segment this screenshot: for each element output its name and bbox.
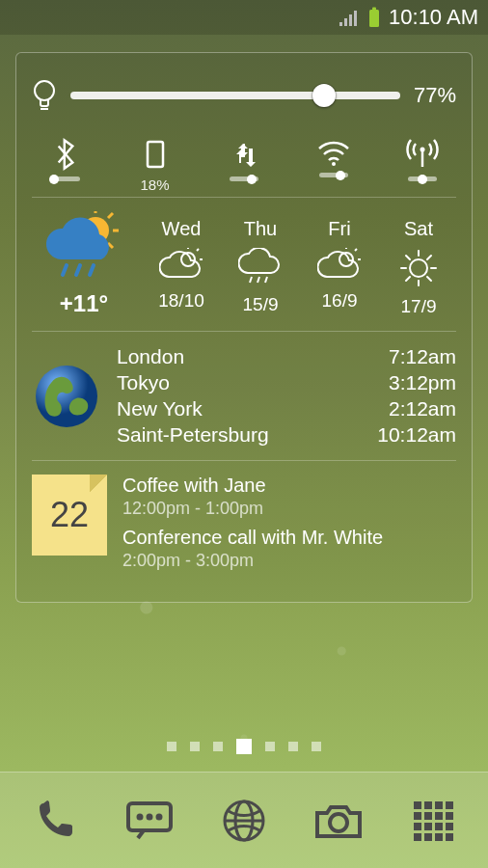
page-indicator[interactable] <box>0 742 488 754</box>
forecast-day-3: Sat 17/9 <box>381 218 456 317</box>
svg-rect-55 <box>435 823 443 830</box>
calendar-events: Coffee with Jane 12:00pm - 1:00pm Confer… <box>122 475 456 577</box>
time: 2:12am <box>389 397 456 420</box>
forecast-day-2: Fri 16/9 <box>302 218 377 317</box>
world-clock-list: London7:12am Tokyo3:12pm New York2:12am … <box>117 345 456 447</box>
bulb-icon <box>32 78 57 113</box>
toggle-rotation[interactable]: 18% <box>122 138 189 193</box>
dock-messages[interactable] <box>119 790 180 852</box>
svg-rect-48 <box>446 801 453 809</box>
svg-rect-52 <box>446 812 453 820</box>
hotspot-icon <box>405 138 440 171</box>
svg-line-20 <box>250 277 252 283</box>
dock-apps[interactable] <box>402 790 464 852</box>
svg-point-5 <box>332 162 336 166</box>
forecast-section[interactable]: +11° Wed 18/10 Thu 15/9 Fri 16/9 Sat 17/… <box>32 202 456 327</box>
svg-rect-4 <box>148 142 163 167</box>
bluetooth-icon <box>51 138 80 171</box>
pager-dot[interactable] <box>312 742 321 751</box>
event-title: Coffee with Jane <box>122 475 456 497</box>
calendar-section[interactable]: 22 Coffee with Jane 12:00pm - 1:00pm Con… <box>32 465 456 586</box>
svg-rect-49 <box>414 812 421 820</box>
divider <box>32 331 456 332</box>
event-time: 2:00pm - 3:00pm <box>122 551 456 571</box>
svg-line-32 <box>406 256 410 259</box>
dock-browser[interactable] <box>213 790 275 852</box>
day-temps: 17/9 <box>401 296 437 317</box>
toggle-data[interactable] <box>210 138 278 193</box>
data-mini-slider[interactable] <box>230 176 258 181</box>
svg-rect-51 <box>435 812 443 820</box>
world-row: New York2:12am <box>117 397 456 420</box>
day-temps: 18/10 <box>158 290 204 312</box>
toggle-hotspot[interactable] <box>389 138 456 193</box>
event-title: Conference call with Mr. White <box>122 527 456 549</box>
pager-dot[interactable] <box>265 742 275 751</box>
world-row: Saint-Petersburg10:12am <box>117 423 456 447</box>
forecast-today: +11° <box>32 211 136 317</box>
svg-line-13 <box>63 265 67 275</box>
pager-dot[interactable] <box>190 742 200 751</box>
divider <box>32 197 456 198</box>
partly-cloudy-icon <box>317 248 362 283</box>
toggle-wifi[interactable] <box>300 138 367 193</box>
day-name: Fri <box>328 218 350 240</box>
brightness-thumb[interactable] <box>312 84 336 107</box>
pager-dot[interactable] <box>213 742 223 751</box>
event-time: 12:00pm - 1:00pm <box>122 499 456 519</box>
day-name: Sat <box>404 218 433 240</box>
svg-rect-58 <box>424 833 432 841</box>
svg-line-14 <box>76 265 80 275</box>
rotation-label: 18% <box>140 176 169 193</box>
status-bar: 10:10 AM <box>0 0 488 35</box>
pager-dot[interactable] <box>288 742 298 751</box>
svg-rect-59 <box>435 833 443 841</box>
svg-line-21 <box>258 277 259 283</box>
svg-point-27 <box>410 259 427 277</box>
dock <box>0 772 488 868</box>
battery-icon <box>367 7 381 28</box>
bluetooth-mini-slider[interactable] <box>51 176 80 181</box>
wifi-mini-slider[interactable] <box>319 173 348 177</box>
sunny-icon <box>398 248 439 288</box>
dock-camera[interactable] <box>308 790 369 852</box>
wifi-icon <box>316 138 351 167</box>
city: London <box>117 345 184 368</box>
svg-rect-0 <box>369 10 379 27</box>
svg-rect-60 <box>446 833 453 841</box>
svg-rect-54 <box>424 823 432 830</box>
brightness-percent: 77% <box>414 83 456 108</box>
svg-point-44 <box>330 814 347 831</box>
forecast-day-0: Wed 18/10 <box>144 218 219 317</box>
calendar-date: 22 <box>50 495 89 535</box>
rain-icon <box>238 248 283 286</box>
globe-icon <box>32 362 101 431</box>
world-row: London7:12am <box>117 345 456 368</box>
svg-point-6 <box>420 148 425 152</box>
widget-card: 77% 18% <box>15 52 473 603</box>
data-arrows-icon <box>228 138 260 171</box>
svg-rect-57 <box>414 833 421 841</box>
world-clock-section[interactable]: London7:12am Tokyo3:12pm New York2:12am … <box>32 336 456 456</box>
hotspot-mini-slider[interactable] <box>408 176 437 181</box>
pager-dot[interactable] <box>167 742 176 751</box>
day-name: Thu <box>244 218 277 240</box>
svg-rect-56 <box>446 823 453 830</box>
day-temps: 16/9 <box>322 290 358 312</box>
brightness-section: 77% <box>32 68 456 122</box>
svg-line-33 <box>427 277 431 281</box>
svg-line-19 <box>197 249 199 251</box>
pager-dot-active[interactable] <box>236 739 252 754</box>
svg-line-11 <box>108 213 113 218</box>
dock-phone[interactable] <box>24 790 86 852</box>
status-time: 10:10 AM <box>389 5 478 30</box>
weather-today-icon <box>41 211 126 285</box>
time: 3:12pm <box>389 371 456 394</box>
world-row: Tokyo3:12pm <box>117 371 456 394</box>
svg-line-35 <box>406 277 410 281</box>
svg-point-38 <box>139 815 142 818</box>
city: Saint-Petersburg <box>117 423 269 447</box>
toggle-bluetooth[interactable] <box>32 138 99 193</box>
brightness-slider[interactable] <box>70 92 400 99</box>
city: Tokyo <box>117 371 170 394</box>
